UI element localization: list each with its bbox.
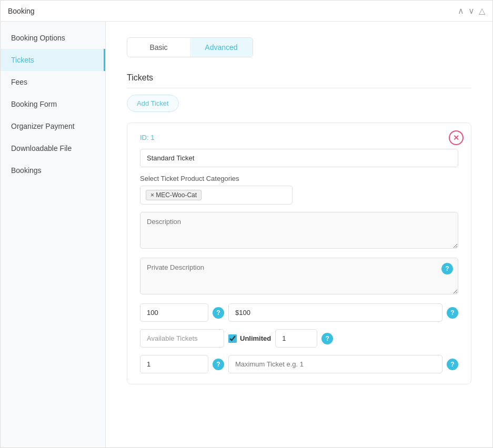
add-ticket-button[interactable]: Add Ticket bbox=[127, 95, 179, 112]
section-title: Tickets bbox=[127, 73, 471, 88]
categories-tag-input[interactable]: × MEC-Woo-Cat bbox=[140, 186, 293, 205]
categories-label: Select Ticket Product Categories bbox=[140, 175, 458, 182]
price-display-input[interactable] bbox=[228, 303, 442, 322]
tab-advanced[interactable]: Advanced bbox=[190, 38, 253, 57]
available-tickets-label: Available Tickets bbox=[140, 329, 224, 348]
max-ticket-help-icon[interactable]: ? bbox=[447, 359, 458, 370]
window-title: Booking bbox=[8, 7, 35, 15]
price-display-help-icon[interactable]: ? bbox=[447, 307, 458, 319]
ticket-id: ID: 1 bbox=[140, 134, 458, 141]
available-tickets-row: Available Tickets Unlimited ? bbox=[140, 329, 458, 348]
category-tag: × MEC-Woo-Cat bbox=[146, 190, 202, 200]
max-ticket-row: ? ? bbox=[140, 355, 458, 373]
sidebar-item-organizer-payment[interactable]: Organizer Payment bbox=[1, 115, 105, 137]
private-description-help-icon[interactable]: ? bbox=[441, 263, 453, 274]
unlimited-checkbox[interactable] bbox=[228, 334, 237, 343]
unlimited-label: Unlimited bbox=[240, 334, 271, 342]
chevron-down-icon[interactable]: ∨ bbox=[468, 7, 475, 15]
tab-group: Basic Advanced bbox=[127, 37, 253, 57]
remove-ticket-button[interactable]: ✕ bbox=[449, 130, 464, 145]
window-controls: ∧ ∨ △ bbox=[458, 7, 485, 15]
min-ticket-input[interactable] bbox=[140, 355, 208, 373]
title-bar: Booking ∧ ∨ △ bbox=[1, 1, 492, 22]
sidebar-item-booking-form[interactable]: Booking Form bbox=[1, 93, 105, 115]
main-window: Booking ∧ ∨ △ Booking Options Tickets Fe… bbox=[0, 0, 493, 448]
ticket-card: ✕ ID: 1 Select Ticket Product Categories… bbox=[127, 123, 471, 384]
sidebar-item-tickets[interactable]: Tickets bbox=[1, 49, 105, 71]
sidebar: Booking Options Tickets Fees Booking For… bbox=[1, 22, 106, 447]
min-ticket-help-icon[interactable]: ? bbox=[213, 359, 224, 370]
price-help-icon[interactable]: ? bbox=[213, 307, 224, 319]
expand-icon[interactable]: △ bbox=[479, 7, 485, 15]
sidebar-item-booking-options[interactable]: Booking Options bbox=[1, 27, 105, 49]
available-count-input[interactable] bbox=[275, 329, 317, 348]
sidebar-item-bookings[interactable]: Bookings bbox=[1, 159, 105, 181]
private-description-textarea[interactable] bbox=[140, 258, 458, 294]
price-row: ? ? bbox=[140, 303, 458, 322]
max-ticket-input[interactable] bbox=[228, 355, 442, 373]
available-help-icon[interactable]: ? bbox=[321, 333, 333, 344]
private-description-wrap: ? bbox=[140, 258, 458, 296]
content-area: Basic Advanced Tickets Add Ticket ✕ ID: … bbox=[106, 22, 492, 447]
ticket-name-input[interactable] bbox=[140, 149, 458, 167]
description-textarea[interactable] bbox=[140, 212, 458, 249]
price-input[interactable] bbox=[140, 303, 208, 322]
sidebar-item-downloadable-file[interactable]: Downloadable File bbox=[1, 137, 105, 159]
tab-basic[interactable]: Basic bbox=[127, 38, 190, 57]
unlimited-area: Unlimited bbox=[228, 334, 271, 343]
chevron-up-icon[interactable]: ∧ bbox=[458, 7, 464, 15]
sidebar-item-fees[interactable]: Fees bbox=[1, 71, 105, 93]
